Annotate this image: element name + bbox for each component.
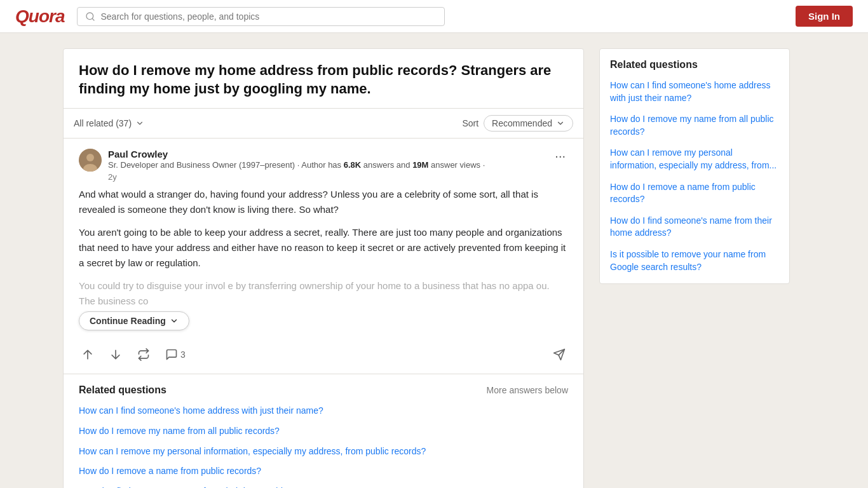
upvote-button[interactable] [79, 346, 97, 363]
all-related-dropdown[interactable]: All related (37) [74, 118, 144, 128]
sort-label: Sort [462, 118, 478, 128]
related-link-2[interactable]: How do I remove my name from all public … [79, 425, 568, 438]
related-title: Related questions [79, 384, 166, 396]
sidebar-link-4[interactable]: How do I remove a name from public recor… [610, 181, 779, 206]
avatar [79, 149, 102, 172]
sidebar-link-5[interactable]: How do I find someone's name from their … [610, 215, 779, 240]
quora-logo[interactable]: Quora [15, 6, 64, 27]
sidebar-card: Related questions How can I find someone… [599, 48, 790, 284]
views-count: 19M [412, 160, 428, 170]
author-row: Paul Crowley Sr. Developer and Business … [79, 149, 568, 182]
search-input[interactable] [100, 11, 436, 22]
answer-text: And what would a stranger do, having fou… [79, 187, 568, 271]
comment-count: 3 [180, 349, 186, 360]
upvote-icon [81, 348, 94, 361]
answers-header: All related (37) Sort Recommended [64, 108, 583, 138]
comment-icon [165, 348, 178, 361]
related-link-1[interactable]: How can I find someone's home address wi… [79, 405, 568, 417]
comment-button[interactable]: 3 [163, 346, 188, 363]
author-name: Paul Crowley [108, 149, 485, 159]
sidebar-link-1[interactable]: How can I find someone's home address wi… [610, 79, 779, 104]
author-desc: Sr. Developer and Business Owner (1997–p… [108, 159, 485, 171]
sidebar-title: Related questions [610, 59, 779, 71]
author-meta: Paul Crowley Sr. Developer and Business … [108, 149, 485, 182]
search-icon [85, 11, 95, 22]
author-desc-prefix: Sr. Developer and Business Owner (1997–p… [108, 160, 344, 170]
all-related-label: All related (37) [74, 118, 132, 128]
continue-reading-button[interactable]: Continue Reading [79, 311, 189, 330]
question-card: How do I remove my home address from pub… [63, 48, 584, 488]
sidebar-link-2[interactable]: How do I remove my name from all public … [610, 113, 779, 138]
continue-reading-wrapper: You could try to disguise your invol e b… [79, 278, 568, 330]
more-answers-label: More answers below [487, 385, 568, 395]
downvote-button[interactable] [107, 346, 125, 363]
related-link-4[interactable]: How do I remove a name from public recor… [79, 465, 568, 478]
main-container: How do I remove my home address from pub… [53, 33, 815, 488]
sort-dropdown[interactable]: Recommended [484, 115, 573, 132]
continue-reading-label: Continue Reading [90, 316, 166, 326]
sign-in-button[interactable]: Sign In [796, 6, 853, 27]
question-title: How do I remove my home address from pub… [64, 49, 583, 108]
svg-line-1 [93, 18, 95, 20]
share-button[interactable] [550, 346, 568, 363]
chevron-down-icon [135, 119, 144, 128]
share-icon [553, 348, 566, 361]
answer-time: 2y [108, 172, 485, 182]
svg-point-3 [86, 154, 94, 161]
answer-paragraph-1: And what would a stranger do, having fou… [79, 187, 568, 217]
more-options-icon[interactable]: ··· [552, 149, 568, 163]
sort-value: Recommended [492, 118, 552, 128]
blurred-answer-text: You could try to disguise your invol e b… [79, 278, 568, 309]
chevron-down-icon [170, 316, 179, 325]
downvote-icon [109, 348, 122, 361]
views-suffix: answer views · [428, 160, 485, 170]
author-info: Paul Crowley Sr. Developer and Business … [79, 149, 485, 182]
sidebar: Related questions How can I find someone… [599, 48, 790, 488]
repost-button[interactable] [135, 346, 153, 363]
answer-count: 6.8K [344, 160, 361, 170]
related-section-inline: Related questions More answers below How… [64, 374, 583, 488]
header: Quora Sign In [0, 0, 868, 33]
related-header: Related questions More answers below [79, 384, 568, 396]
sidebar-link-6[interactable]: Is it possible to remove your name from … [610, 248, 779, 273]
sidebar-link-3[interactable]: How can I remove my personal information… [610, 147, 779, 172]
related-link-5[interactable]: How do I find someone's name from their … [79, 485, 568, 488]
sort-area: Sort Recommended [462, 115, 573, 132]
main-column: How do I remove my home address from pub… [63, 48, 584, 488]
answer-block: Paul Crowley Sr. Developer and Business … [64, 138, 583, 374]
answer-count-suffix: answers and [361, 160, 412, 170]
answer-paragraph-2: You aren't going to be able to keep your… [79, 225, 568, 271]
search-bar[interactable] [77, 7, 444, 26]
related-link-3[interactable]: How can I remove my personal information… [79, 445, 568, 458]
chevron-down-icon [556, 119, 565, 128]
repost-icon [137, 348, 150, 361]
answer-actions: 3 [79, 341, 568, 363]
